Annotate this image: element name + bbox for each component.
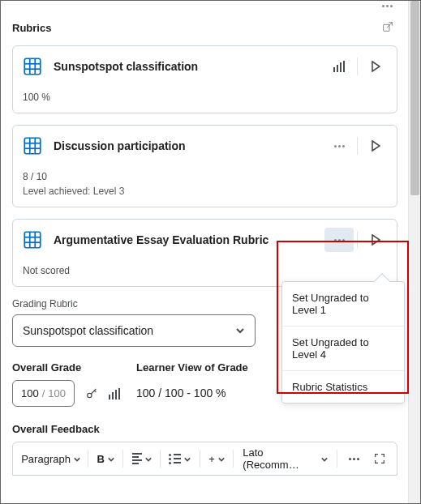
separator <box>337 450 337 468</box>
separator <box>200 450 200 468</box>
rubric-title[interactable]: Discussion participation <box>52 139 316 152</box>
fullscreen-icon[interactable] <box>367 446 392 471</box>
toolbar-more-button[interactable] <box>342 446 366 471</box>
learner-view-value: 100 / 100 - 100 % <box>136 380 248 399</box>
rubric-title[interactable]: Argumentative Essay Evaluation Rubric <box>52 233 316 246</box>
paragraph-select[interactable]: Paragraph <box>18 446 84 471</box>
rubric-title[interactable]: Sunspotspot classification <box>52 60 316 73</box>
rubric-grid-icon <box>21 229 44 251</box>
svg-rect-1 <box>384 24 389 31</box>
rubric-score: 100 % <box>23 92 387 103</box>
separator <box>357 137 358 155</box>
rubrics-heading: Rubrics <box>12 22 51 34</box>
svg-line-0 <box>387 23 392 28</box>
expand-icon[interactable] <box>361 54 390 79</box>
rubric-actions-menu: Set Ungraded to Level 1 Set Ungraded to … <box>281 281 405 404</box>
svg-marker-7 <box>372 62 380 71</box>
rubric-grid-icon <box>21 135 44 157</box>
rubric-card: Argumentative Essay Evaluation Rubric No… <box>12 219 397 287</box>
editor-toolbar: Paragraph B <box>12 442 397 476</box>
separator <box>88 450 88 468</box>
expand-icon[interactable] <box>361 134 390 158</box>
svg-rect-2 <box>24 58 41 75</box>
more-icon[interactable] <box>324 228 354 252</box>
menu-item-rubric-statistics[interactable]: Rubric Statistics <box>282 370 404 403</box>
separator <box>357 231 358 249</box>
svg-rect-8 <box>24 138 41 154</box>
scrollbar-track[interactable] <box>408 1 420 503</box>
font-select[interactable]: Lato (Recomm… <box>238 446 333 471</box>
separator <box>122 450 123 468</box>
separator <box>160 450 161 468</box>
svg-line-22 <box>94 391 96 392</box>
rubric-grid-icon <box>21 55 44 78</box>
expand-icon[interactable] <box>361 228 390 252</box>
svg-point-20 <box>88 393 92 397</box>
overall-feedback-label: Overall Feedback <box>12 423 397 435</box>
svg-marker-13 <box>372 141 380 151</box>
separator <box>233 450 234 468</box>
scrollbar-thumb[interactable] <box>410 1 419 195</box>
bold-button[interactable]: B <box>92 446 118 471</box>
select-value: Sunspotspot classification <box>23 324 153 337</box>
chevron-down-icon <box>235 326 245 335</box>
card-more-icon[interactable] <box>12 1 397 7</box>
insert-button[interactable]: + <box>204 446 230 471</box>
popout-icon[interactable] <box>378 17 397 39</box>
rubric-score: 8 / 10 <box>23 171 387 182</box>
learner-view-label: Learner View of Grade <box>136 361 248 374</box>
rubric-score: Not scored <box>23 265 387 276</box>
separator <box>357 58 358 75</box>
menu-item-set-ungraded-level-4[interactable]: Set Ungraded to Level 4 <box>282 326 404 370</box>
overall-grade-label: Overall Grade <box>12 361 120 374</box>
statistics-icon[interactable] <box>109 388 120 399</box>
menu-item-set-ungraded-level-1[interactable]: Set Ungraded to Level 1 <box>282 282 404 326</box>
list-button[interactable] <box>165 446 195 471</box>
align-button[interactable] <box>127 446 156 471</box>
key-icon[interactable] <box>83 385 101 403</box>
grading-rubric-select[interactable]: Sunspotspot classification <box>12 314 256 347</box>
more-icon[interactable] <box>324 134 354 158</box>
rubric-card: Discussion participation 8 / 10 Level ac… <box>12 125 397 207</box>
svg-marker-19 <box>372 235 380 245</box>
rubric-level: Level achieved: Level 3 <box>23 186 387 197</box>
statistics-icon[interactable] <box>324 54 354 79</box>
svg-rect-14 <box>24 232 41 248</box>
rubric-card: Sunspotspot classification 100 % <box>12 45 397 113</box>
overall-grade-input[interactable]: 100 / 100 <box>12 380 75 407</box>
